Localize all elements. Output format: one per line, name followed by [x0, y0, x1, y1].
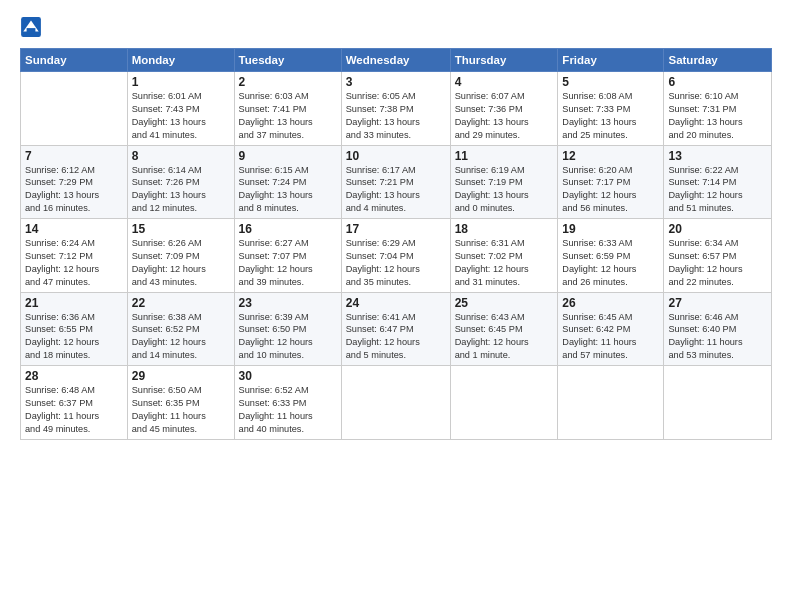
day-cell: 5Sunrise: 6:08 AM Sunset: 7:33 PM Daylig…	[558, 72, 664, 146]
weekday-header-thursday: Thursday	[450, 49, 558, 72]
day-number: 10	[346, 149, 446, 163]
day-info: Sunrise: 6:38 AM Sunset: 6:52 PM Dayligh…	[132, 311, 230, 363]
day-number: 11	[455, 149, 554, 163]
day-cell: 11Sunrise: 6:19 AM Sunset: 7:19 PM Dayli…	[450, 145, 558, 219]
day-cell: 10Sunrise: 6:17 AM Sunset: 7:21 PM Dayli…	[341, 145, 450, 219]
day-cell: 6Sunrise: 6:10 AM Sunset: 7:31 PM Daylig…	[664, 72, 772, 146]
day-number: 23	[239, 296, 337, 310]
day-number: 15	[132, 222, 230, 236]
page: SundayMondayTuesdayWednesdayThursdayFrid…	[0, 0, 792, 612]
day-cell: 26Sunrise: 6:45 AM Sunset: 6:42 PM Dayli…	[558, 292, 664, 366]
day-cell	[341, 366, 450, 440]
day-info: Sunrise: 6:15 AM Sunset: 7:24 PM Dayligh…	[239, 164, 337, 216]
weekday-header-tuesday: Tuesday	[234, 49, 341, 72]
svg-rect-2	[27, 28, 36, 33]
day-cell: 12Sunrise: 6:20 AM Sunset: 7:17 PM Dayli…	[558, 145, 664, 219]
day-info: Sunrise: 6:03 AM Sunset: 7:41 PM Dayligh…	[239, 90, 337, 142]
day-cell: 7Sunrise: 6:12 AM Sunset: 7:29 PM Daylig…	[21, 145, 128, 219]
week-row-5: 28Sunrise: 6:48 AM Sunset: 6:37 PM Dayli…	[21, 366, 772, 440]
calendar: SundayMondayTuesdayWednesdayThursdayFrid…	[20, 48, 772, 440]
logo-icon	[20, 16, 42, 38]
day-info: Sunrise: 6:19 AM Sunset: 7:19 PM Dayligh…	[455, 164, 554, 216]
day-info: Sunrise: 6:27 AM Sunset: 7:07 PM Dayligh…	[239, 237, 337, 289]
day-cell	[664, 366, 772, 440]
day-cell: 28Sunrise: 6:48 AM Sunset: 6:37 PM Dayli…	[21, 366, 128, 440]
weekday-header-friday: Friday	[558, 49, 664, 72]
day-cell	[450, 366, 558, 440]
day-cell: 4Sunrise: 6:07 AM Sunset: 7:36 PM Daylig…	[450, 72, 558, 146]
logo	[20, 16, 48, 38]
day-cell: 2Sunrise: 6:03 AM Sunset: 7:41 PM Daylig…	[234, 72, 341, 146]
day-number: 12	[562, 149, 659, 163]
day-cell: 13Sunrise: 6:22 AM Sunset: 7:14 PM Dayli…	[664, 145, 772, 219]
day-cell: 29Sunrise: 6:50 AM Sunset: 6:35 PM Dayli…	[127, 366, 234, 440]
day-cell	[558, 366, 664, 440]
day-cell: 23Sunrise: 6:39 AM Sunset: 6:50 PM Dayli…	[234, 292, 341, 366]
day-number: 28	[25, 369, 123, 383]
day-number: 29	[132, 369, 230, 383]
day-cell: 16Sunrise: 6:27 AM Sunset: 7:07 PM Dayli…	[234, 219, 341, 293]
day-number: 21	[25, 296, 123, 310]
day-number: 27	[668, 296, 767, 310]
day-info: Sunrise: 6:24 AM Sunset: 7:12 PM Dayligh…	[25, 237, 123, 289]
day-cell: 14Sunrise: 6:24 AM Sunset: 7:12 PM Dayli…	[21, 219, 128, 293]
week-row-3: 14Sunrise: 6:24 AM Sunset: 7:12 PM Dayli…	[21, 219, 772, 293]
day-info: Sunrise: 6:10 AM Sunset: 7:31 PM Dayligh…	[668, 90, 767, 142]
day-info: Sunrise: 6:45 AM Sunset: 6:42 PM Dayligh…	[562, 311, 659, 363]
day-info: Sunrise: 6:22 AM Sunset: 7:14 PM Dayligh…	[668, 164, 767, 216]
day-cell: 19Sunrise: 6:33 AM Sunset: 6:59 PM Dayli…	[558, 219, 664, 293]
day-info: Sunrise: 6:33 AM Sunset: 6:59 PM Dayligh…	[562, 237, 659, 289]
day-info: Sunrise: 6:17 AM Sunset: 7:21 PM Dayligh…	[346, 164, 446, 216]
day-info: Sunrise: 6:01 AM Sunset: 7:43 PM Dayligh…	[132, 90, 230, 142]
day-cell: 3Sunrise: 6:05 AM Sunset: 7:38 PM Daylig…	[341, 72, 450, 146]
day-info: Sunrise: 6:31 AM Sunset: 7:02 PM Dayligh…	[455, 237, 554, 289]
day-number: 24	[346, 296, 446, 310]
day-number: 30	[239, 369, 337, 383]
day-number: 22	[132, 296, 230, 310]
weekday-header-sunday: Sunday	[21, 49, 128, 72]
day-cell: 30Sunrise: 6:52 AM Sunset: 6:33 PM Dayli…	[234, 366, 341, 440]
day-info: Sunrise: 6:50 AM Sunset: 6:35 PM Dayligh…	[132, 384, 230, 436]
day-number: 8	[132, 149, 230, 163]
day-number: 4	[455, 75, 554, 89]
day-info: Sunrise: 6:26 AM Sunset: 7:09 PM Dayligh…	[132, 237, 230, 289]
day-number: 14	[25, 222, 123, 236]
day-info: Sunrise: 6:08 AM Sunset: 7:33 PM Dayligh…	[562, 90, 659, 142]
day-cell	[21, 72, 128, 146]
day-cell: 1Sunrise: 6:01 AM Sunset: 7:43 PM Daylig…	[127, 72, 234, 146]
weekday-header-row: SundayMondayTuesdayWednesdayThursdayFrid…	[21, 49, 772, 72]
day-info: Sunrise: 6:34 AM Sunset: 6:57 PM Dayligh…	[668, 237, 767, 289]
day-info: Sunrise: 6:43 AM Sunset: 6:45 PM Dayligh…	[455, 311, 554, 363]
day-cell: 21Sunrise: 6:36 AM Sunset: 6:55 PM Dayli…	[21, 292, 128, 366]
day-number: 7	[25, 149, 123, 163]
week-row-4: 21Sunrise: 6:36 AM Sunset: 6:55 PM Dayli…	[21, 292, 772, 366]
day-number: 6	[668, 75, 767, 89]
day-number: 16	[239, 222, 337, 236]
header	[20, 16, 772, 38]
day-info: Sunrise: 6:52 AM Sunset: 6:33 PM Dayligh…	[239, 384, 337, 436]
weekday-header-monday: Monday	[127, 49, 234, 72]
day-number: 26	[562, 296, 659, 310]
week-row-1: 1Sunrise: 6:01 AM Sunset: 7:43 PM Daylig…	[21, 72, 772, 146]
day-number: 1	[132, 75, 230, 89]
day-cell: 24Sunrise: 6:41 AM Sunset: 6:47 PM Dayli…	[341, 292, 450, 366]
weekday-header-wednesday: Wednesday	[341, 49, 450, 72]
day-number: 25	[455, 296, 554, 310]
day-info: Sunrise: 6:20 AM Sunset: 7:17 PM Dayligh…	[562, 164, 659, 216]
day-info: Sunrise: 6:29 AM Sunset: 7:04 PM Dayligh…	[346, 237, 446, 289]
day-cell: 18Sunrise: 6:31 AM Sunset: 7:02 PM Dayli…	[450, 219, 558, 293]
day-cell: 20Sunrise: 6:34 AM Sunset: 6:57 PM Dayli…	[664, 219, 772, 293]
day-number: 9	[239, 149, 337, 163]
day-cell: 8Sunrise: 6:14 AM Sunset: 7:26 PM Daylig…	[127, 145, 234, 219]
day-number: 5	[562, 75, 659, 89]
day-info: Sunrise: 6:39 AM Sunset: 6:50 PM Dayligh…	[239, 311, 337, 363]
day-number: 20	[668, 222, 767, 236]
day-cell: 15Sunrise: 6:26 AM Sunset: 7:09 PM Dayli…	[127, 219, 234, 293]
day-info: Sunrise: 6:48 AM Sunset: 6:37 PM Dayligh…	[25, 384, 123, 436]
day-number: 18	[455, 222, 554, 236]
day-cell: 17Sunrise: 6:29 AM Sunset: 7:04 PM Dayli…	[341, 219, 450, 293]
weekday-header-saturday: Saturday	[664, 49, 772, 72]
day-info: Sunrise: 6:07 AM Sunset: 7:36 PM Dayligh…	[455, 90, 554, 142]
day-info: Sunrise: 6:41 AM Sunset: 6:47 PM Dayligh…	[346, 311, 446, 363]
day-number: 13	[668, 149, 767, 163]
